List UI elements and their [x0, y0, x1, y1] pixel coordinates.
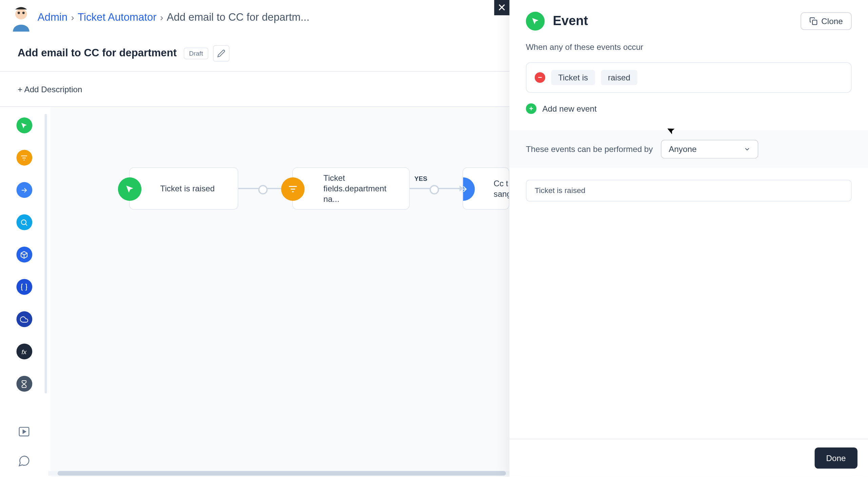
rail-box-tool[interactable] — [16, 247, 32, 263]
copy-icon — [810, 17, 818, 25]
rail-timer-tool[interactable] — [16, 376, 32, 392]
tool-rail: fx — [0, 107, 48, 477]
chat-icon — [18, 455, 31, 468]
rail-chat-button[interactable] — [18, 455, 31, 468]
add-event-label: Add new event — [542, 104, 596, 113]
play-square-icon — [18, 425, 31, 438]
event-summary: Ticket is raised — [526, 180, 852, 202]
event-subject-chip[interactable]: Ticket is — [551, 70, 595, 85]
rail-code-tool[interactable] — [16, 279, 32, 295]
pencil-icon — [217, 49, 225, 57]
cursor-click-icon — [531, 16, 540, 26]
panel-subtitle: When any of these events occur — [526, 42, 852, 52]
plus-icon: + — [526, 103, 536, 114]
cloud-icon — [20, 315, 28, 323]
cursor-click-icon — [20, 121, 28, 129]
rail-event-tool[interactable] — [16, 117, 32, 133]
scrollbar-thumb[interactable] — [58, 471, 506, 476]
minus-icon: − — [538, 73, 542, 81]
arrow-right-icon — [20, 186, 28, 194]
condition-node-icon — [281, 177, 304, 201]
close-panel-button[interactable]: ✕ — [494, 0, 510, 15]
action-node-icon — [462, 177, 475, 201]
clone-button[interactable]: Clone — [801, 12, 852, 30]
flow-node-label: Cc tsang — [494, 178, 510, 199]
filter-icon — [288, 184, 298, 194]
close-icon: ✕ — [497, 1, 506, 14]
flow-node-label: Ticket fields.department na... — [323, 172, 402, 204]
arrow-right-icon — [462, 184, 468, 194]
rail-action-tool[interactable] — [16, 182, 32, 198]
page-title: Add email to CC for department — [18, 47, 177, 59]
done-button[interactable]: Done — [814, 447, 857, 469]
breadcrumb-admin[interactable]: Admin — [38, 11, 67, 23]
event-node-icon — [118, 177, 141, 201]
flow-node-event[interactable]: Ticket is raised — [129, 167, 238, 210]
chevron-down-icon — [744, 146, 751, 153]
flow-node-label: Ticket is raised — [160, 183, 215, 194]
svg-point-3 — [21, 220, 26, 224]
rail-cloud-tool[interactable] — [16, 311, 32, 327]
svg-point-1 — [18, 12, 20, 14]
rail-divider — [45, 114, 47, 394]
chevron-right-icon: › — [71, 12, 74, 22]
remove-event-button[interactable]: − — [535, 72, 545, 83]
filter-icon — [20, 154, 28, 162]
event-verb-chip[interactable]: raised — [601, 70, 637, 85]
rail-video-button[interactable] — [18, 425, 31, 438]
edit-title-button[interactable] — [213, 45, 229, 61]
svg-point-0 — [15, 8, 27, 19]
search-icon — [20, 218, 28, 226]
cursor-click-icon — [124, 184, 135, 194]
flow-node-condition[interactable]: Ticket fields.department na... — [292, 167, 410, 210]
performed-by-select[interactable]: Anyone — [661, 140, 758, 158]
svg-rect-5 — [813, 20, 817, 24]
box-icon — [20, 250, 28, 259]
event-panel-icon — [526, 12, 545, 31]
flow-yes-label: YES — [414, 175, 427, 182]
rail-function-tool[interactable]: fx — [16, 344, 32, 360]
performed-by-label: These events can be performed by — [526, 145, 653, 154]
breadcrumb: Admin › Ticket Automator › Add email to … — [38, 11, 310, 23]
panel-title: Event — [553, 14, 793, 29]
event-row: − Ticket is raised — [526, 62, 852, 93]
hourglass-icon — [20, 380, 28, 388]
performed-by-row: These events can be performed by Anyone — [510, 130, 868, 168]
app-avatar — [11, 3, 32, 32]
flow-connector: YES — [410, 188, 462, 189]
breadcrumb-automator[interactable]: Ticket Automator — [78, 11, 157, 23]
flow-node-action[interactable]: Cc tsang — [462, 167, 509, 210]
breadcrumb-current: Add email to CC for departm... — [167, 11, 310, 23]
chevron-right-icon: › — [160, 12, 163, 22]
add-event-button[interactable]: + Add new event — [526, 103, 852, 114]
fx-icon: fx — [22, 348, 27, 355]
add-description-button[interactable]: + Add Description — [18, 84, 82, 94]
svg-point-2 — [22, 12, 25, 14]
code-braces-icon — [20, 283, 28, 291]
event-panel: ✕ Event Clone When any of these events o… — [510, 0, 868, 477]
rail-condition-tool[interactable] — [16, 150, 32, 166]
rail-search-tool[interactable] — [16, 214, 32, 230]
status-badge: Draft — [184, 47, 208, 59]
